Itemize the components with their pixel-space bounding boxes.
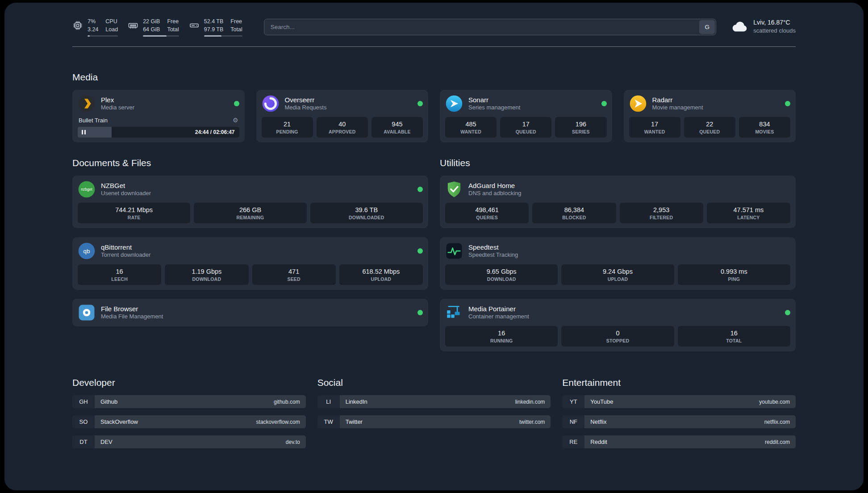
stat-value: 0 [563,330,672,337]
bookmark-domain: github.com [274,399,300,405]
service-name: Sonarr [468,96,520,104]
disk-total: 97.9 TB [204,26,224,34]
service-adguard[interactable]: AdGuard Home DNS and adblocking [445,180,790,198]
stat-latency: 47.571 ms LATENCY [707,203,790,223]
stat-label: SEED [254,276,334,282]
bookmark-reddit[interactable]: RE Reddit reddit.com [562,435,796,448]
portainer-icon [445,304,463,322]
disk-free-label: Free [230,18,242,26]
stat-value: 39.6 TB [312,206,421,213]
stat-label: TOTAL [680,338,789,343]
stat-queued: 17 QUEUED [500,117,551,138]
memory-progress-fill [143,35,167,37]
cpu-label: CPU [105,18,118,26]
bookmark-netflix[interactable]: NF Netflix netflix.com [562,415,796,428]
stat-downloaded: 39.6 TB DOWNLOADED [310,203,423,223]
stat-label: MOVIES [741,129,789,134]
service-radarr[interactable]: Radarr Movie management [629,95,791,113]
bookmark-dev[interactable]: DT DEV dev.to [72,435,306,448]
bookmark-domain: dev.to [286,439,300,445]
stat-label: PING [680,276,789,282]
stat-label: LEECH [79,276,159,282]
now-playing-title: Bullet Train [79,117,108,124]
section-documents: Documents & Files nzbget NZBGet Usenet d… [72,158,428,351]
stat-value: 47.571 ms [709,206,789,213]
stat-total: 16 TOTAL [678,326,790,347]
resource-memory: 22 GiB 64 GiB Free Total [128,18,179,37]
sonarr-icon [445,95,463,113]
service-plex[interactable]: Plex Media server [78,95,239,113]
stat-value: 17 [502,121,550,128]
bookmark-abbr: LI [317,395,340,408]
topbar-divider [72,46,796,47]
section-title-entertainment: Entertainment [562,377,796,388]
stat-pending: 21 PENDING [262,117,313,138]
status-dot [417,101,423,106]
pause-icon[interactable] [82,130,86,134]
bookmark-youtube[interactable]: YT YouTube youtube.com [562,395,796,408]
stat-value: 16 [447,330,556,337]
memory-total: 64 GiB [143,26,160,34]
bookmark-twitter[interactable]: TW Twitter twitter.com [317,415,551,428]
service-desc: Speedtest Tracking [468,251,518,259]
bookmark-linkedin[interactable]: LI LinkedIn linkedin.com [317,395,551,408]
disk-total-label: Total [230,26,242,34]
stat-label: AVAILABLE [373,129,421,134]
bookmark-abbr: RE [562,435,584,448]
search-provider-button[interactable]: G [699,20,715,34]
service-overseerr[interactable]: Overseerr Media Requests [262,95,423,113]
service-sonarr[interactable]: Sonarr Series management [445,95,607,113]
cpu-progress-track [88,35,118,37]
stat-filtered: 2,953 FILTERED [620,203,703,223]
service-name: qBittorrent [101,243,150,252]
stat-label: UPLOAD [341,276,421,282]
card-nzbget: nzbget NZBGet Usenet downloader 744.21 M… [72,175,428,228]
service-filebrowser[interactable]: File Browser Media File Management [78,304,423,322]
stat-label: BLOCKED [534,215,614,220]
service-name: NZBGet [101,181,151,190]
section-title-social: Social [317,377,551,388]
service-qbittorrent[interactable]: qb qBittorrent Torrent downloader [78,242,423,260]
stat-queued: 22 QUEUED [684,117,735,138]
bookmark-github[interactable]: GH Github github.com [72,395,306,408]
bookmark-name: Github [100,398,117,405]
disk-progress-track [204,35,242,37]
disk-progress-fill [204,35,222,37]
bookmark-abbr: NF [562,415,584,428]
plex-icon [78,95,96,113]
cpu-percent: 7% [88,18,98,26]
playback-progress-bar[interactable]: 24:44 / 02:06:47 [78,127,239,138]
stat-value: 40 [318,121,366,128]
bookmark-name: LinkedIn [346,398,367,405]
memory-labels: Free Total [167,18,179,33]
stat-rate: 744.21 Mbps RATE [78,203,190,223]
stat-seed: 471 SEED [252,264,336,285]
stat-stopped: 0 STOPPED [561,326,674,347]
bookmark-name: Twitter [346,418,363,425]
service-speedtest[interactable]: Speedtest Speedtest Tracking [445,242,790,260]
service-nzbget[interactable]: nzbget NZBGet Usenet downloader [78,180,423,198]
service-portainer[interactable]: Media Portainer Container management [445,304,790,322]
bookmark-stackoverflow[interactable]: SO StackOverflow stackoverflow.com [72,415,306,428]
stat-value: 1.19 Gbps [167,268,246,275]
bookmark-name: Netflix [590,418,606,425]
service-desc: DNS and adblocking [468,190,522,197]
bookmark-name: DEV [100,439,113,445]
bookmark-domain: linkedin.com [515,399,545,405]
stat-ping: 0.993 ms PING [678,264,790,285]
stat-label: RATE [79,215,188,220]
disk-values: 52.4 TB 97.9 TB [204,18,224,33]
stat-label: RUNNING [447,338,556,343]
service-desc: Movie management [652,104,703,112]
stat-upload: 9.24 Gbps UPLOAD [561,264,674,285]
gear-icon[interactable]: ⚙ [233,117,238,123]
nzbget-icon: nzbget [78,180,96,198]
search-input[interactable] [264,19,717,35]
card-qbittorrent: qb qBittorrent Torrent downloader 16 LEE… [72,237,428,290]
weather-condition: scattered clouds [753,27,796,35]
status-dot [234,101,239,106]
memory-values: 22 GiB 64 GiB [143,18,160,33]
stat-value: 17 [631,121,679,128]
stat-label: SERIES [557,129,605,134]
cpu-values: 7% 3.24 [88,18,98,33]
